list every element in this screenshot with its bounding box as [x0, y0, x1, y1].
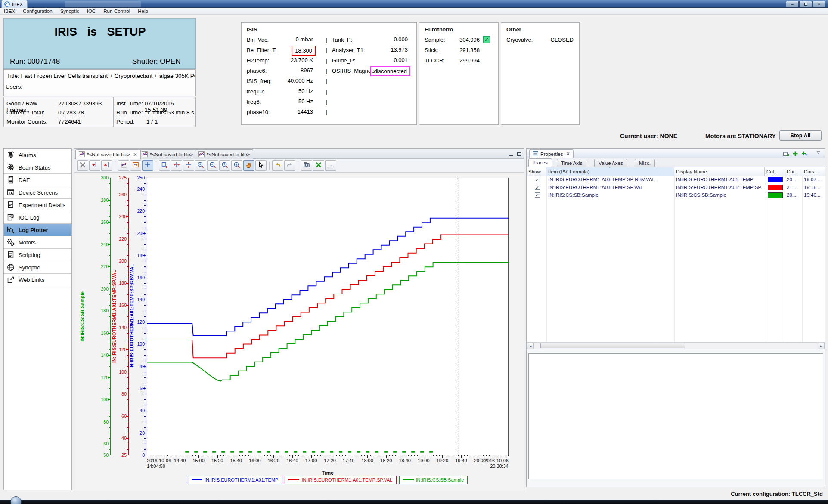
- menu-item-run-control[interactable]: Run-Control: [99, 8, 134, 15]
- editor-tab-2[interactable]: *<Not saved to file>: [138, 149, 196, 159]
- properties-tab-traces[interactable]: Traces: [528, 158, 552, 167]
- maximize-view-icon[interactable]: [516, 151, 522, 156]
- show-checkbox[interactable]: ✓: [535, 185, 540, 190]
- column-header-show[interactable]: Show: [527, 167, 546, 176]
- menu-item-ioc[interactable]: IOC: [83, 8, 99, 15]
- show-legend-button[interactable]: [130, 160, 141, 171]
- add-annotation-button[interactable]: [89, 160, 100, 171]
- sidebar-item-motors[interactable]: Motors: [4, 236, 71, 249]
- editor-tab-1[interactable]: *<Not saved to file>✕: [75, 149, 141, 159]
- scrollbar-thumb[interactable]: [540, 343, 685, 348]
- properties-view-tab[interactable]: Properties✕: [529, 149, 574, 158]
- sidebar-item-device-screens[interactable]: Device Screens: [4, 186, 71, 199]
- zoom-in-vertical-button[interactable]: [219, 160, 230, 171]
- item-pv-cell[interactable]: IN:IRIS:EUROTHERM1:A03:TEMP:SP:RBV.VAL: [546, 176, 674, 183]
- column-header-display-name[interactable]: Display Name: [674, 167, 765, 176]
- add-pv-trace-button[interactable]: [791, 150, 799, 157]
- display-name-cell[interactable]: IN:IRIS:EUROTHERM1:A01:TEMP:SP....: [674, 183, 765, 191]
- redo-button[interactable]: [284, 160, 295, 171]
- properties-tab-value-axes[interactable]: Value Axes: [594, 159, 627, 167]
- properties-tab-time-axis[interactable]: Time Axis: [557, 159, 586, 167]
- toggle-axes-button[interactable]: [142, 160, 153, 171]
- cursor-value-cell[interactable]: 19:16...: [802, 183, 825, 191]
- zoom-out-vertical-button[interactable]: [231, 160, 242, 171]
- column-header-col-[interactable]: Col...: [765, 167, 785, 176]
- sidebar-item-alarms[interactable]: Alarms: [4, 149, 71, 161]
- item-pv-cell[interactable]: IN:IRIS:CS:SB:Sample: [546, 191, 674, 199]
- show-checkbox[interactable]: ✓: [535, 177, 540, 182]
- view-menu-icon[interactable]: ▽: [817, 150, 820, 155]
- table-horizontal-scrollbar[interactable]: ◂▸: [527, 342, 825, 349]
- menu-item-help[interactable]: Help: [134, 8, 152, 15]
- show-checkbox-cell[interactable]: ✓: [527, 183, 546, 191]
- sidebar-item-synoptic[interactable]: Synoptic: [4, 261, 71, 274]
- more-options-button[interactable]: ...: [325, 160, 336, 171]
- stop-all-button[interactable]: Stop All: [779, 130, 822, 141]
- show-checkbox-cell[interactable]: ✓: [527, 176, 546, 183]
- restore-button[interactable]: [799, 1, 812, 7]
- sidebar-item-experiment-details[interactable]: Experiment Details: [4, 199, 71, 211]
- zoom-in-button[interactable]: [195, 160, 206, 171]
- view-close-icon[interactable]: ✕: [566, 151, 570, 157]
- panning-button[interactable]: [243, 160, 254, 171]
- display-name-cell[interactable]: IN:IRIS:CS:SB:Sample: [674, 191, 765, 199]
- remove-annotation-button[interactable]: [101, 160, 112, 171]
- minimize-button[interactable]: –: [786, 1, 799, 7]
- sidebar-item-web-links[interactable]: Web Links: [4, 274, 71, 286]
- current-value-cell[interactable]: 20...: [785, 191, 802, 199]
- trace-color-cell[interactable]: [765, 176, 785, 183]
- menu-item-ibex[interactable]: IBEX: [0, 8, 19, 15]
- editor-tab-3[interactable]: *<Not saved to file>: [195, 149, 253, 159]
- trace-color-swatch[interactable]: [768, 192, 783, 198]
- sidebar-item-ioc-log[interactable]: IOC Log: [4, 211, 71, 224]
- remove-all-traces-button[interactable]: [313, 160, 324, 171]
- horizontal-zoom-button[interactable]: [171, 160, 182, 171]
- sidebar-item-dae[interactable]: DAE: [4, 174, 71, 186]
- rubberband-zoom-button[interactable]: [159, 160, 170, 171]
- show-checkbox[interactable]: ✓: [535, 192, 540, 198]
- start-orb-icon[interactable]: [10, 496, 22, 504]
- sidebar-item-scripting[interactable]: Scripting: [4, 249, 71, 261]
- undo-button[interactable]: [272, 160, 283, 171]
- scroll-left-arrow[interactable]: ◂: [527, 343, 534, 349]
- plot-area[interactable]: [147, 178, 509, 455]
- current-value-cell[interactable]: 21...: [785, 183, 802, 191]
- trace-color-cell[interactable]: [765, 183, 785, 191]
- cursor-value-cell[interactable]: 19:07...: [802, 176, 825, 183]
- display-name-cell[interactable]: IN:IRIS:EUROTHERM1:A01:TEMP: [674, 176, 765, 183]
- tab-close-icon[interactable]: ✕: [133, 152, 137, 158]
- open-in-new-view-button[interactable]: [782, 150, 790, 157]
- table-row[interactable]: ✓IN:IRIS:CS:SB:SampleIN:IRIS:CS:SB:Sampl…: [527, 191, 825, 199]
- trace-color-swatch[interactable]: [768, 177, 783, 182]
- show-checkbox-cell[interactable]: ✓: [527, 191, 546, 199]
- stagger-axes-button[interactable]: [118, 160, 129, 171]
- trace-color-swatch[interactable]: [768, 185, 783, 190]
- legend-item[interactable]: IN:IRIS:EUROTHERM1:A01:TEMP:SP.VAL: [285, 476, 396, 484]
- minimize-view-icon[interactable]: [508, 151, 514, 156]
- column-header-item-pv-formula-[interactable]: Item (PV, Formula)▾: [546, 167, 674, 176]
- scroll-right-arrow[interactable]: ▸: [818, 343, 825, 349]
- vertical-zoom-button[interactable]: [183, 160, 194, 171]
- close-button[interactable]: ×: [812, 1, 825, 7]
- table-row[interactable]: ✓IN:IRIS:EUROTHERM1:A03:TEMP:SP.VALIN:IR…: [527, 183, 825, 191]
- legend-item[interactable]: IN:IRIS:EUROTHERM1:A01:TEMP: [188, 476, 282, 484]
- menu-item-synoptic[interactable]: Synoptic: [56, 8, 83, 15]
- menu-item-configuration[interactable]: Configuration: [19, 8, 56, 15]
- table-row[interactable]: ✓IN:IRIS:EUROTHERM1:A03:TEMP:SP:RBV.VALI…: [527, 176, 825, 183]
- column-header-cur-[interactable]: Cur...: [785, 167, 802, 176]
- item-pv-cell[interactable]: IN:IRIS:EUROTHERM1:A03:TEMP:SP.VAL: [546, 183, 674, 191]
- add-formula-trace-button[interactable]: [800, 150, 808, 157]
- sidebar-item-beam-status[interactable]: Beam Status: [4, 161, 71, 174]
- select-tool-button[interactable]: [255, 160, 267, 171]
- title-bar[interactable]: IBEX – ×: [0, 0, 828, 8]
- current-value-cell[interactable]: 20...: [785, 176, 802, 183]
- zoom-out-button[interactable]: [207, 160, 218, 171]
- windows-taskbar[interactable]: [0, 500, 828, 504]
- cursor-value-cell[interactable]: 19:40...: [802, 191, 825, 199]
- sidebar-item-log-plotter[interactable]: Log Plotter: [4, 224, 71, 236]
- properties-tab-misc-[interactable]: Misc.: [635, 159, 655, 167]
- trace-color-cell[interactable]: [765, 191, 785, 199]
- legend-item[interactable]: IN:IRIS:CS:SB:Sample: [399, 476, 468, 484]
- save-snapshot-button[interactable]: [301, 160, 312, 171]
- column-header-curs-[interactable]: Curs...: [802, 167, 825, 176]
